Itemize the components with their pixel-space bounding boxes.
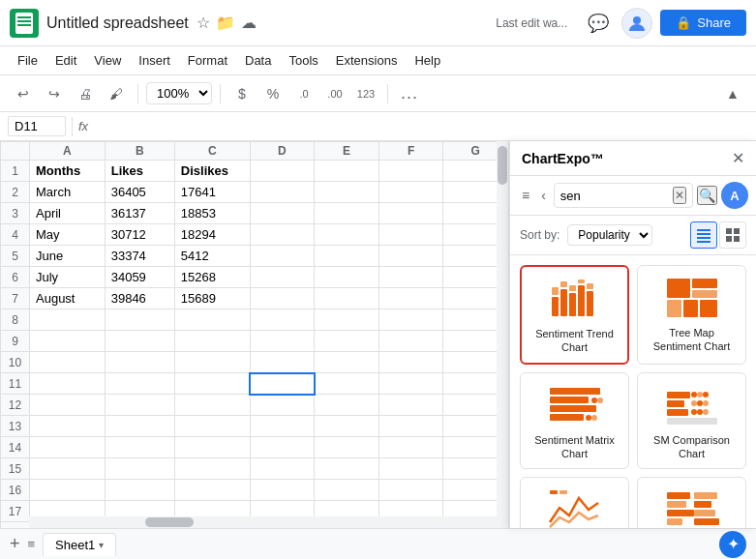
- sheet-cell[interactable]: [30, 480, 106, 501]
- sheet-cell[interactable]: [174, 437, 250, 458]
- sheet-cell[interactable]: [250, 182, 315, 203]
- sheet-cell[interactable]: [378, 182, 443, 203]
- menu-file[interactable]: File: [10, 49, 45, 72]
- sheet-cell[interactable]: [315, 267, 379, 288]
- sheet-cell[interactable]: [378, 480, 443, 501]
- sheet-cell[interactable]: [315, 309, 379, 331]
- sheet-cell[interactable]: [174, 395, 250, 416]
- sheet-cell[interactable]: [105, 352, 174, 373]
- search-input[interactable]: [560, 189, 669, 203]
- sheet-cell[interactable]: [250, 395, 315, 416]
- sheet-cell[interactable]: [315, 224, 379, 246]
- menu-format[interactable]: Format: [180, 49, 235, 72]
- formula-input[interactable]: [94, 119, 748, 133]
- sheet-cell[interactable]: [315, 288, 379, 309]
- grid-view-button[interactable]: [719, 221, 746, 249]
- decimal-increase-button[interactable]: .00: [321, 80, 348, 107]
- sheet-cell[interactable]: [315, 161, 379, 182]
- sheet-cell[interactable]: [105, 373, 174, 395]
- sheet-cell[interactable]: [105, 331, 174, 352]
- col-header-a[interactable]: A: [30, 142, 106, 161]
- sheet-cell[interactable]: [105, 458, 174, 480]
- sheet-cell[interactable]: [105, 416, 174, 437]
- horizontal-scroll-thumb[interactable]: [145, 517, 194, 527]
- sheet-cell[interactable]: [315, 331, 379, 352]
- panel-menu-button[interactable]: ≡: [518, 186, 533, 205]
- list-view-button[interactable]: [690, 221, 717, 249]
- sheet-cell[interactable]: [105, 437, 174, 458]
- sheet-cell[interactable]: 15268: [174, 267, 250, 288]
- sheet-cell[interactable]: [315, 203, 379, 224]
- user-avatar[interactable]: [621, 8, 652, 39]
- sheet-cell[interactable]: 33374: [105, 246, 174, 267]
- sheet-cell[interactable]: [378, 267, 443, 288]
- collapse-toolbar-button[interactable]: ▲: [719, 80, 746, 107]
- vertical-scrollbar[interactable]: [497, 141, 508, 528]
- number-format-button[interactable]: 123: [352, 80, 379, 107]
- menu-view[interactable]: View: [86, 49, 129, 72]
- sheet-cell[interactable]: [378, 331, 443, 352]
- sheet-cell[interactable]: [250, 309, 315, 331]
- sheet-cell[interactable]: 5412: [174, 246, 250, 267]
- sheet-cell[interactable]: [250, 161, 315, 182]
- print-button[interactable]: 🖨: [72, 80, 99, 107]
- sheet-cell[interactable]: 18294: [174, 224, 250, 246]
- menu-help[interactable]: Help: [407, 49, 448, 72]
- col-header-e[interactable]: E: [315, 142, 379, 161]
- cloud-icon[interactable]: ☁: [241, 14, 257, 32]
- chart-card-comparison-sentiment[interactable]: Comparison Sentiment Chart: [637, 477, 746, 528]
- sheet-cell[interactable]: [174, 373, 250, 395]
- sheet-cell[interactable]: 17641: [174, 182, 250, 203]
- menu-data[interactable]: Data: [237, 49, 279, 72]
- sheet-cell[interactable]: [250, 267, 315, 288]
- sheet-cell[interactable]: 30712: [105, 224, 174, 246]
- sheet-cell[interactable]: [378, 224, 443, 246]
- sheet-cell[interactable]: [378, 309, 443, 331]
- sheet-cell[interactable]: May: [30, 224, 106, 246]
- sheet-cell[interactable]: [250, 437, 315, 458]
- sheet-cell[interactable]: [250, 416, 315, 437]
- sheet-cell[interactable]: [315, 416, 379, 437]
- sheet-cell[interactable]: [30, 331, 106, 352]
- sheet-cell[interactable]: 36137: [105, 203, 174, 224]
- folder-icon[interactable]: 📁: [216, 14, 235, 32]
- sheet-cell[interactable]: [378, 161, 443, 182]
- panel-close-button[interactable]: ✕: [732, 149, 744, 167]
- search-button[interactable]: 🔍: [697, 186, 717, 205]
- col-header-b[interactable]: B: [105, 142, 174, 161]
- sheets-list-icon[interactable]: ≡: [28, 537, 36, 551]
- chart-card-sentiment-trend[interactable]: Sentiment Trend Chart: [520, 265, 629, 365]
- chart-card-sentiment-matrix[interactable]: Sentiment Matrix Chart: [520, 372, 629, 470]
- currency-button[interactable]: $: [228, 80, 256, 107]
- panel-back-button[interactable]: ‹: [537, 186, 550, 205]
- chart-card-tree-map[interactable]: Tree Map Sentiment Chart: [637, 265, 746, 365]
- sheet-cell[interactable]: [378, 416, 443, 437]
- sheet-cell[interactable]: [174, 352, 250, 373]
- search-clear-button[interactable]: ✕: [673, 187, 686, 204]
- sheet-cell[interactable]: [250, 203, 315, 224]
- sheet-cell[interactable]: [250, 458, 315, 480]
- sheet-cell[interactable]: [250, 373, 315, 395]
- sheet-cell[interactable]: [315, 480, 379, 501]
- sheet-cell[interactable]: [30, 416, 106, 437]
- sheet-cell[interactable]: Likes: [105, 161, 174, 182]
- sheet-cell[interactable]: [174, 458, 250, 480]
- sheet-cell[interactable]: [250, 288, 315, 309]
- sheet-cell[interactable]: [315, 182, 379, 203]
- sheet-cell[interactable]: [30, 352, 106, 373]
- col-header-c[interactable]: C: [174, 142, 250, 161]
- sheet-cell[interactable]: [174, 331, 250, 352]
- sheet-cell[interactable]: [105, 395, 174, 416]
- sheet-cell[interactable]: 36405: [105, 182, 174, 203]
- chat-icon-btn[interactable]: 💬: [583, 8, 614, 39]
- sheet-cell[interactable]: [105, 480, 174, 501]
- sheet-cell[interactable]: [378, 458, 443, 480]
- sheet-cell[interactable]: [315, 437, 379, 458]
- sheet-cell[interactable]: [174, 309, 250, 331]
- sheet-cell[interactable]: [378, 203, 443, 224]
- sheet-cell[interactable]: [315, 352, 379, 373]
- sheet-cell[interactable]: August: [30, 288, 106, 309]
- sheet-cell[interactable]: [30, 437, 106, 458]
- chart-card-sentiment-sparkline[interactable]: Sentiment SparkLine Chart: [520, 477, 629, 528]
- percent-button[interactable]: %: [259, 80, 287, 107]
